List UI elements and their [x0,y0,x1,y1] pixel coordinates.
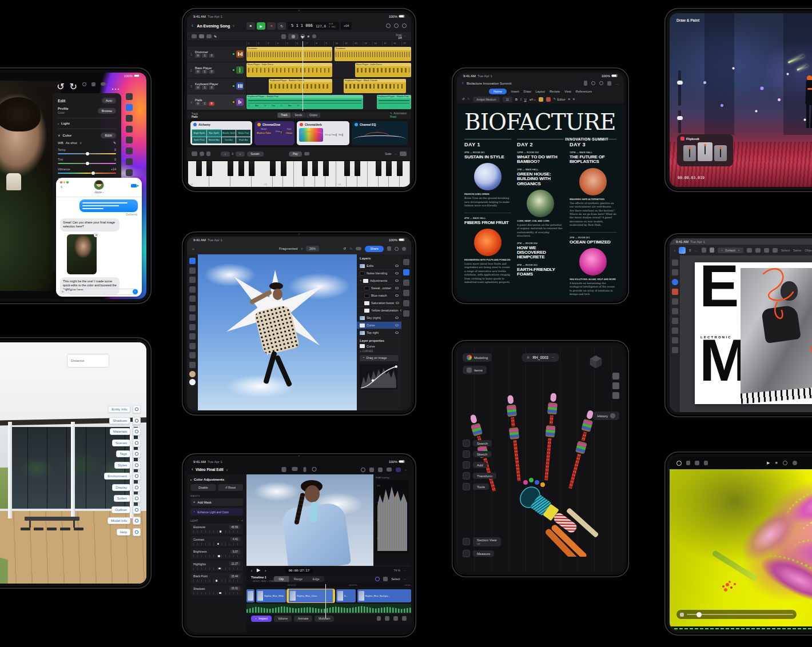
curves-section-label[interactable]: ∨ CURVES [360,350,399,353]
track-row-drummer[interactable]: 1DrummerMSR DrummerDrummer [187,46,411,62]
color-section[interactable]: Color [62,134,71,137]
search-icon[interactable] [599,81,603,85]
decay-knob[interactable] [336,133,337,137]
scenes-button[interactable]: Scenes [112,439,141,447]
same-menu[interactable]: Same [793,249,801,252]
visibility-icon[interactable] [395,272,399,274]
foreground-color[interactable] [189,371,196,377]
tools-item[interactable]: Tools [463,483,496,490]
export-icon[interactable] [704,461,708,465]
export-icon[interactable] [387,246,391,251]
layer-row-selected[interactable]: Curve [357,322,401,329]
versions-icon[interactable] [126,169,133,176]
styles-button[interactable]: Styles [114,461,141,469]
edit-mode-tabs[interactable]: ClipRangeEdge [273,576,324,582]
record-button[interactable]: ● [267,22,276,30]
camera-icon[interactable] [292,467,298,471]
transform-tool[interactable] [189,267,196,274]
contrast-slider[interactable]: Contrast4.41 [190,536,243,547]
light-section[interactable]: Light [61,122,70,125]
redo-icon[interactable]: ↻ [70,82,77,91]
overwrite-icon[interactable] [393,616,398,621]
clip-partial[interactable] [246,589,254,602]
project-title[interactable]: Video Final Edit [196,468,224,472]
recents-icon[interactable] [394,23,399,28]
song-title[interactable]: An Evening Song [197,24,230,28]
numbering-icon[interactable]: ≡ [573,98,575,101]
zoom-level[interactable]: 26% [306,246,319,251]
select-subject-tool[interactable] [189,324,196,330]
track-row-keyboard[interactable]: 3Keyboard PlayerMSR Keyboard Player - Br… [187,78,411,94]
brush-tool[interactable] [189,286,196,293]
pointer-tool-icon[interactable] [702,247,706,253]
layer-row[interactable]: Sky (right) [357,314,401,322]
back-icon[interactable]: ‹ [192,23,193,29]
flipbook-panel[interactable]: Flipbook [677,134,733,166]
stop-button[interactable]: ■ [246,22,255,30]
avatar[interactable] [94,180,104,190]
document-pill[interactable]: ⌂RH_0003– [522,353,559,362]
section-view-button[interactable]: Section ViewOff [463,537,501,547]
settings-icon[interactable] [386,23,391,28]
app-icon[interactable] [679,247,686,254]
channel-eq-plugin[interactable]: Channel EQ [352,121,408,145]
browser-icon[interactable] [369,468,374,472]
healing-tool[interactable] [189,314,196,321]
highlights-slider[interactable]: Highlights11.27 [190,561,243,572]
photo-attachment[interactable]: ✕ [67,234,97,274]
visibility-icon[interactable] [395,265,399,267]
redo-icon[interactable]: ↻ [468,98,471,101]
edit-icon[interactable] [126,104,133,111]
volume-button[interactable]: Volume [274,616,292,622]
mobile-view-icon[interactable] [584,81,587,86]
layer-row[interactable]: Sweat...ooster [357,285,401,292]
send-button[interactable]: ↑ [133,289,138,294]
history-button[interactable]: History [593,412,619,420]
mirror-icon[interactable] [755,248,761,253]
contact-name[interactable]: Joyce › [56,190,142,194]
render-viewport[interactable] [670,469,812,630]
inspector-tabs[interactable]: TrackSendsOutput [277,113,320,118]
duplicate-icon[interactable] [773,248,778,253]
timeline-ruler[interactable]: 00:00:15 00:00:30 00:00:45 [246,583,411,588]
tab-draw[interactable]: Draw [524,90,531,93]
object-menu[interactable]: Object [805,249,812,252]
italic-button[interactable]: I [520,98,522,101]
outliner-button[interactable]: Outliner [112,506,141,514]
visibility-icon[interactable] [395,332,399,334]
panel-back-icon[interactable]: ‹ [190,478,192,481]
appearance-icon[interactable] [612,373,619,380]
history-panel-icon[interactable] [403,300,409,306]
more-icon[interactable]: … [695,249,698,252]
layers-panel-icon[interactable] [403,269,409,275]
chromaglow-plugin[interactable]: ChromaGlow ModelModern TubeDriveStyleCle… [254,121,294,145]
more-icon[interactable]: … [404,577,407,581]
add-attachment-button[interactable]: + [59,289,66,295]
enhance-icon-selected[interactable] [396,468,401,472]
next-frame-button[interactable]: › [265,569,266,572]
loop-icon[interactable] [375,577,380,581]
measure-button[interactable]: Measure [463,550,501,557]
timeline-scrubber[interactable] [676,610,797,619]
canvas[interactable] [198,254,357,410]
arp-icon[interactable] [304,152,309,155]
select-menu[interactable]: Select [781,249,790,252]
tab-references[interactable]: References [576,90,592,93]
shadows-button[interactable]: Shadows [109,417,141,425]
stop-icon[interactable]: ■ [775,461,777,465]
more-icon[interactable]: … [404,569,407,572]
axis-icon[interactable] [612,392,619,399]
font-name[interactable]: Antipol Medium [473,97,499,102]
visibility-icon[interactable] [395,279,399,282]
history-icon[interactable] [695,461,699,465]
tab-insert[interactable]: Insert [511,90,519,93]
clip[interactable]: Skyline_Blue_Backgro... [357,589,411,602]
document-page[interactable]: BIOFACTURE INNOVATION SUMMIT DAY 1 2PM —… [457,104,624,299]
fill-tool[interactable] [672,328,678,334]
facetime-icon[interactable] [131,184,137,187]
visibility-icon[interactable] [395,294,399,297]
minimize-icon[interactable]: – [405,468,407,472]
viewer-options-icon[interactable] [378,468,383,472]
crop-tool[interactable] [672,337,678,344]
drive-knob[interactable] [280,130,281,133]
